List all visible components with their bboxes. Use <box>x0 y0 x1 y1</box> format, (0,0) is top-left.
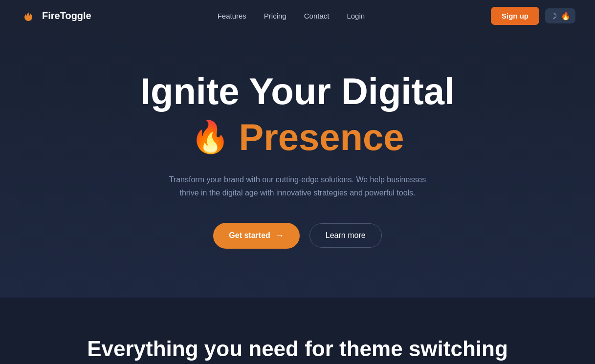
logo[interactable]: FireToggle <box>20 7 91 25</box>
navbar: FireToggle Features Pricing Contact Logi… <box>0 0 595 32</box>
get-started-button[interactable]: Get started → <box>213 223 299 249</box>
arrow-icon: → <box>275 231 284 241</box>
features-title: Everything you need for theme switching <box>20 337 575 361</box>
nav-link-login[interactable]: Login <box>347 12 365 20</box>
fire-icon: 🔥 <box>561 11 571 21</box>
nav-link-pricing[interactable]: Pricing <box>264 12 286 20</box>
hero-title-line1: Ignite Your Digital <box>140 71 455 112</box>
hero-title-line2: Presence <box>239 116 404 158</box>
hero-section: Ignite Your Digital 🔥 Presence Transform… <box>0 32 595 298</box>
hero-title-row2: 🔥 Presence <box>191 116 404 158</box>
theme-toggle-button[interactable]: ☽ 🔥 <box>545 8 575 23</box>
hero-subtitle: Transform your brand with our cutting-ed… <box>161 173 435 199</box>
nav-links: Features Pricing Contact Login <box>218 12 365 20</box>
nav-actions: Sign up ☽ 🔥 <box>491 7 575 25</box>
logo-icon <box>20 7 37 25</box>
logo-text: FireToggle <box>42 10 91 21</box>
features-section: Everything you need for theme switching … <box>0 298 595 364</box>
nav-link-contact[interactable]: Contact <box>304 12 330 20</box>
get-started-label: Get started <box>229 231 270 240</box>
nav-link-features[interactable]: Features <box>218 12 246 20</box>
learn-more-button[interactable]: Learn more <box>309 223 382 248</box>
moon-icon: ☽ <box>550 11 557 21</box>
hero-buttons: Get started → Learn more <box>213 223 381 249</box>
hero-fire-icon: 🔥 <box>191 121 230 152</box>
signup-button[interactable]: Sign up <box>491 7 539 25</box>
